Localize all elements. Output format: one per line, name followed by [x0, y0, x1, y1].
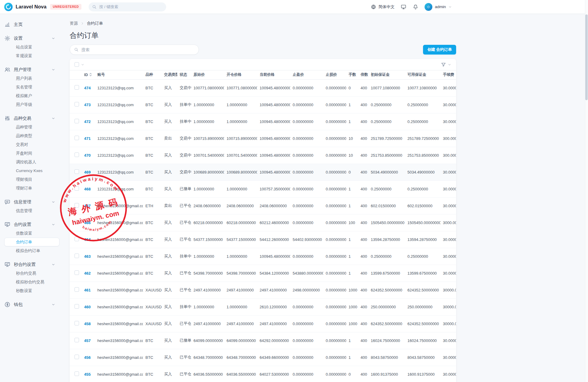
order-id-link[interactable]: 467 — [84, 204, 91, 208]
column-header-lots: 手数 — [346, 70, 358, 79]
cell-leverage: 400 — [358, 298, 368, 315]
order-id-link[interactable]: 464 — [84, 237, 91, 242]
row-checkbox[interactable] — [75, 119, 79, 123]
order-id-link[interactable]: 469 — [84, 170, 91, 174]
create-order-button[interactable]: 创建 合约订单 — [423, 45, 456, 54]
sidebar-item[interactable]: 交易对 — [4, 140, 59, 149]
sidebar-item[interactable]: 理财订单 — [4, 184, 59, 193]
chevron-down-icon — [81, 63, 84, 66]
sidebar-item[interactable]: 秒数设置 — [4, 286, 59, 295]
sidebar-item[interactable]: 合约订单 — [4, 238, 59, 246]
wallet-icon — [4, 301, 11, 308]
sidebar-item[interactable]: 信息管理 — [4, 206, 59, 215]
sidebar-group-3[interactable]: 品种交易 — [4, 114, 59, 123]
cell-current_price: 100945.48000000 — [257, 79, 290, 96]
order-id-link[interactable]: 472 — [84, 119, 91, 124]
global-search[interactable] — [89, 2, 166, 11]
sidebar-item[interactable]: 实名管理 — [4, 83, 59, 91]
row-checkbox[interactable] — [75, 102, 79, 106]
cell-open_price: 64348.70000000 — [224, 349, 257, 366]
row-checkbox[interactable] — [75, 186, 79, 191]
order-id-link[interactable]: 470 — [84, 153, 91, 158]
user-menu[interactable]: admin — [425, 3, 452, 11]
sidebar-group-2[interactable]: 用户管理 — [4, 65, 59, 74]
row-checkbox[interactable] — [75, 85, 79, 90]
sidebar-item[interactable]: 站点设置 — [4, 43, 59, 51]
cell-id: 463 — [82, 248, 95, 265]
row-checkbox[interactable] — [75, 338, 79, 342]
sidebar-item[interactable]: 倍数设置 — [4, 229, 59, 238]
sidebar-item[interactable]: 调控机器人 — [4, 158, 59, 166]
cell-available_margin: 13599.67500000 — [405, 265, 440, 282]
row-checkbox[interactable] — [75, 152, 79, 157]
order-id-link[interactable]: 471 — [84, 136, 91, 141]
order-id-link[interactable]: 462 — [84, 271, 91, 276]
row-checkbox[interactable] — [75, 355, 79, 359]
row-checkbox-cell — [70, 96, 82, 113]
sidebar-group-5[interactable]: 合约设置 — [4, 220, 59, 229]
order-id-link[interactable]: 456 — [84, 355, 91, 360]
sidebar-group-6[interactable]: 秒合约设置 — [4, 260, 59, 269]
select-all-checkbox[interactable] — [75, 62, 79, 67]
cell-lots: 1000 — [346, 298, 358, 315]
resource-search[interactable] — [70, 45, 199, 55]
row-checkbox[interactable] — [75, 220, 79, 224]
sidebar-item[interactable]: 用户列表 — [4, 74, 59, 83]
order-id-link[interactable]: 460 — [84, 305, 91, 309]
select-all-dropdown[interactable] — [75, 62, 84, 67]
order-id-link[interactable]: 455 — [84, 372, 91, 377]
cell-take_profit: 0.00000000 — [290, 248, 323, 265]
cell-available_margin: 1600.91375000 — [405, 366, 440, 382]
row-checkbox[interactable] — [75, 136, 79, 140]
order-id-link[interactable]: 458 — [84, 322, 91, 326]
sidebar-item[interactable]: 用户等级 — [4, 100, 59, 109]
resource-search-input[interactable] — [81, 48, 195, 52]
sidebar-item[interactable]: 模拟合约订单 — [4, 246, 59, 255]
row-checkbox[interactable] — [75, 321, 79, 325]
order-id-link[interactable]: 463 — [84, 254, 91, 259]
cell-leverage: 400 — [358, 113, 368, 130]
sidebar-item[interactable]: Currency Kxes — [4, 166, 59, 175]
sidebar-item[interactable]: 模拟账户 — [4, 91, 59, 100]
cell-id: 471 — [82, 130, 95, 147]
monitor-icon[interactable] — [401, 4, 407, 10]
filter-dropdown[interactable] — [441, 62, 451, 67]
row-checkbox[interactable] — [75, 270, 79, 275]
sidebar-item[interactable]: 理财项目 — [4, 175, 59, 184]
header-checkbox-cell — [70, 70, 82, 79]
order-id-link[interactable]: 457 — [84, 338, 91, 343]
row-checkbox[interactable] — [75, 371, 79, 376]
sidebar-group-7[interactable]: 钱包 — [4, 300, 59, 309]
order-id-link[interactable]: 461 — [84, 288, 91, 292]
order-id-link[interactable]: 466 — [84, 220, 91, 225]
row-checkbox[interactable] — [75, 304, 79, 309]
row-checkbox[interactable] — [75, 169, 79, 174]
scrollbar-thumb[interactable] — [585, 14, 588, 100]
sidebar-item[interactable]: 开盘时间 — [4, 149, 59, 158]
order-id-link[interactable]: 474 — [84, 86, 91, 90]
page-scrollbar[interactable] — [585, 0, 588, 382]
breadcrumb-resources[interactable]: 资源 — [70, 21, 78, 26]
cell-current_price: 64292.00000000 — [257, 332, 290, 349]
row-checkbox[interactable] — [75, 287, 79, 292]
sidebar-group-1[interactable]: 设置 — [4, 34, 59, 43]
order-id-link[interactable]: 468 — [84, 187, 91, 191]
order-id-link[interactable]: 473 — [84, 103, 91, 107]
row-checkbox[interactable] — [75, 203, 79, 208]
row-checkbox[interactable] — [75, 254, 79, 258]
bell-icon[interactable] — [413, 4, 419, 10]
sidebar-item[interactable]: 常规设置 — [4, 51, 59, 60]
cell-type: 买入 — [162, 79, 177, 96]
sidebar-item[interactable]: 品种管理 — [4, 123, 59, 131]
sidebar-item[interactable]: 秒合约交易 — [4, 269, 59, 278]
sidebar-group-4[interactable]: 信息管理 — [4, 197, 59, 206]
language-switcher[interactable]: 简体中文 — [371, 4, 395, 10]
column-header-id[interactable]: ID — [82, 70, 95, 79]
global-search-input[interactable] — [99, 5, 163, 9]
sidebar-group-0[interactable]: 主页 — [4, 20, 59, 29]
sidebar-item[interactable]: 模拟秒合约交易 — [4, 278, 59, 286]
cell-status: 交易中 — [177, 130, 191, 147]
sort-icon[interactable] — [89, 72, 92, 77]
row-checkbox[interactable] — [75, 237, 79, 241]
sidebar-item[interactable]: 品种类型 — [4, 131, 59, 140]
